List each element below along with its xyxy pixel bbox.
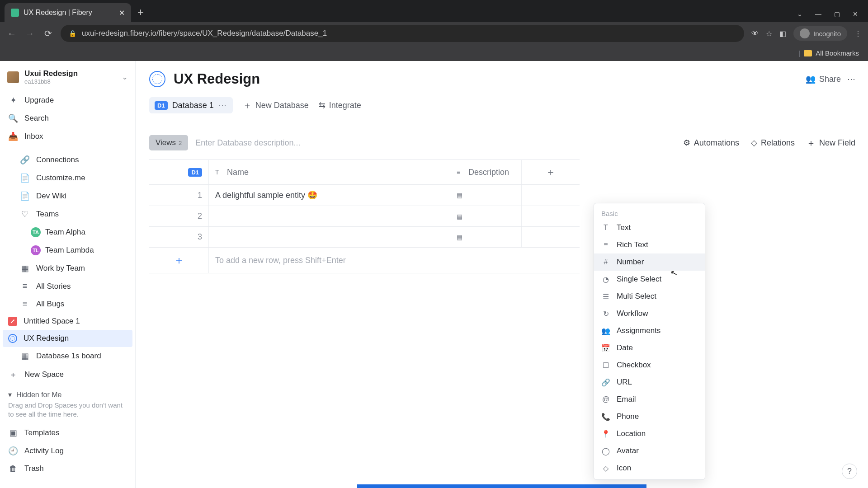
- sidebar-trash[interactable]: 🗑Trash: [0, 460, 135, 478]
- eye-off-icon[interactable]: 👁: [751, 29, 759, 38]
- field-type-checkbox[interactable]: ☐Checkbox: [594, 357, 705, 374]
- browser-tab[interactable]: UX Redesign | Fibery ✕: [5, 3, 131, 22]
- field-type-email[interactable]: @Email: [594, 391, 705, 408]
- sidebar-dev-wiki[interactable]: 📄Dev Wiki: [0, 187, 135, 205]
- plus-icon: ＋: [807, 137, 816, 149]
- maximize-icon[interactable]: ▢: [834, 10, 840, 18]
- header-name[interactable]: TName: [209, 160, 450, 184]
- sidebar-team-lambda[interactable]: TLTeam Lambda: [0, 241, 135, 259]
- avatar-team-alpha: TA: [31, 227, 41, 237]
- field-type-url[interactable]: 🔗URL: [594, 374, 705, 391]
- sidebar-ux-redesign[interactable]: UX Redesign: [3, 330, 132, 347]
- star-icon[interactable]: ☆: [766, 29, 772, 38]
- db-chip-more-icon[interactable]: ⋯: [218, 100, 227, 110]
- trash-icon: 🗑: [8, 464, 18, 474]
- relations-button[interactable]: ◇Relations: [751, 138, 795, 148]
- database-table: D1 TName ≡Description ＋ 1 A delightful s…: [149, 160, 580, 273]
- share-button[interactable]: 👥 Share: [806, 74, 841, 84]
- database-chip[interactable]: D1 Database 1 ⋯: [149, 97, 233, 113]
- reload-icon[interactable]: ⟳: [42, 28, 53, 39]
- main-content: UX Redesign 👥 Share ⋯ D1 Database 1 ⋯ ＋N…: [136, 61, 868, 488]
- dropdown-scroll[interactable]: Basic TText ≡Rich Text #Number ◔Single S…: [594, 203, 705, 479]
- integrate-button[interactable]: ⇆Integrate: [319, 100, 361, 110]
- sidebar-new-space[interactable]: ＋New Space: [0, 365, 135, 384]
- back-icon[interactable]: ←: [6, 28, 17, 39]
- db-description-input[interactable]: [195, 138, 358, 148]
- cell-name[interactable]: A delightful sample entity 🤩: [209, 185, 450, 206]
- page-icon[interactable]: [149, 71, 165, 87]
- field-type-icon[interactable]: ◇Icon: [594, 460, 705, 477]
- sidebar-work-by-team[interactable]: ▦Work by Team: [0, 259, 135, 277]
- cell-name[interactable]: [209, 206, 450, 226]
- phone-icon: 📞: [601, 413, 610, 421]
- new-tab-button[interactable]: +: [131, 6, 150, 22]
- field-type-assignments[interactable]: 👥Assignments: [594, 322, 705, 339]
- bookmarks-bar: | All Bookmarks: [0, 45, 868, 61]
- cell-description[interactable]: ▤: [450, 206, 522, 226]
- table-row[interactable]: 3 ▤: [149, 227, 580, 248]
- cell-description[interactable]: ▤: [450, 185, 522, 206]
- add-column-button[interactable]: ＋: [522, 160, 580, 184]
- url-field[interactable]: 🔒 uxui-redesign.fibery.io/fibery/space/U…: [61, 25, 744, 42]
- close-window-icon[interactable]: ✕: [853, 10, 858, 18]
- close-tab-icon[interactable]: ✕: [119, 9, 125, 17]
- sidebar-connections[interactable]: 🔗Connections: [0, 151, 135, 169]
- sidebar-customize[interactable]: 📄Customize.me: [0, 169, 135, 187]
- sidebar-upgrade[interactable]: ✦Upgrade: [0, 91, 135, 109]
- sidebar-all-stories[interactable]: ≡All Stories: [0, 277, 135, 295]
- cell-name[interactable]: [209, 227, 450, 247]
- list-icon: ≡: [20, 299, 30, 309]
- new-database-button[interactable]: ＋New Database: [243, 99, 309, 112]
- panel-icon[interactable]: ◧: [779, 29, 786, 38]
- tab-dropdown-icon[interactable]: ⌄: [797, 10, 802, 18]
- sidebar-inbox[interactable]: 📥Inbox: [0, 127, 135, 145]
- forward-icon[interactable]: →: [24, 28, 35, 39]
- field-type-rich-text[interactable]: ≡Rich Text: [594, 236, 705, 253]
- people-icon: 👥: [601, 327, 610, 335]
- field-type-workflow[interactable]: ↻Workflow: [594, 305, 705, 322]
- sidebar: Uxui Redesign ea131bb8 ⌄ ✦Upgrade 🔍Searc…: [0, 61, 136, 488]
- sidebar-team-alpha[interactable]: TATeam Alpha: [0, 223, 135, 241]
- help-button[interactable]: ?: [842, 464, 857, 479]
- table-header-row: D1 TName ≡Description ＋: [149, 160, 580, 185]
- checkbox-icon: ☐: [601, 361, 610, 370]
- field-type-avatar[interactable]: ◯Avatar: [594, 442, 705, 460]
- field-type-phone[interactable]: 📞Phone: [594, 408, 705, 425]
- field-type-location[interactable]: 📍Location: [594, 425, 705, 442]
- sidebar-search[interactable]: 🔍Search: [0, 109, 135, 127]
- incognito-pill[interactable]: Incognito: [793, 26, 847, 41]
- automations-button[interactable]: ⚙Automations: [683, 138, 739, 148]
- sidebar-activity-log[interactable]: 🕘Activity Log: [0, 442, 135, 460]
- sidebar-untitled-space[interactable]: Untitled Space 1: [0, 313, 135, 330]
- minimize-icon[interactable]: —: [815, 10, 821, 18]
- calendar-icon: 📅: [601, 344, 610, 352]
- add-row[interactable]: ＋ To add a new row, press Shift+Enter: [149, 248, 580, 273]
- cell-description[interactable]: ▤: [450, 227, 522, 247]
- field-type-number[interactable]: #Number: [594, 253, 705, 271]
- kebab-icon[interactable]: ⋮: [854, 29, 862, 38]
- table-row[interactable]: 1 A delightful sample entity 🤩 ▤: [149, 185, 580, 206]
- field-type-single-select[interactable]: ◔Single Select: [594, 271, 705, 288]
- sidebar-templates[interactable]: ▣Templates: [0, 424, 135, 442]
- field-type-date[interactable]: 📅Date: [594, 339, 705, 357]
- page-title[interactable]: UX Redesign: [174, 71, 260, 87]
- sidebar-teams[interactable]: ♡Teams: [0, 205, 135, 223]
- sidebar-db-board[interactable]: ▦Database 1s board: [0, 347, 135, 365]
- field-type-multi-select[interactable]: ☰Multi Select: [594, 288, 705, 305]
- db-chip-name: Database 1: [172, 101, 214, 110]
- clock-icon: 🕘: [8, 446, 18, 456]
- hidden-section-header[interactable]: ▾Hidden for Me: [0, 384, 135, 401]
- table-row[interactable]: 2 ▤: [149, 206, 580, 227]
- all-bookmarks-button[interactable]: All Bookmarks: [816, 49, 859, 57]
- integrate-icon: ⇆: [319, 100, 326, 110]
- field-type-text[interactable]: TText: [594, 219, 705, 236]
- sidebar-all-bugs[interactable]: ≡All Bugs: [0, 295, 135, 313]
- workspace-switcher[interactable]: Uxui Redesign ea131bb8 ⌄: [0, 66, 135, 91]
- new-field-button[interactable]: ＋New Field: [807, 137, 855, 149]
- add-row-button[interactable]: ＋: [149, 248, 209, 273]
- header-description[interactable]: ≡Description: [450, 160, 522, 184]
- page-header: UX Redesign 👥 Share ⋯: [149, 71, 855, 87]
- workspace-avatar: [7, 71, 19, 83]
- views-chip[interactable]: Views 2: [149, 135, 188, 150]
- more-icon[interactable]: ⋯: [847, 74, 855, 84]
